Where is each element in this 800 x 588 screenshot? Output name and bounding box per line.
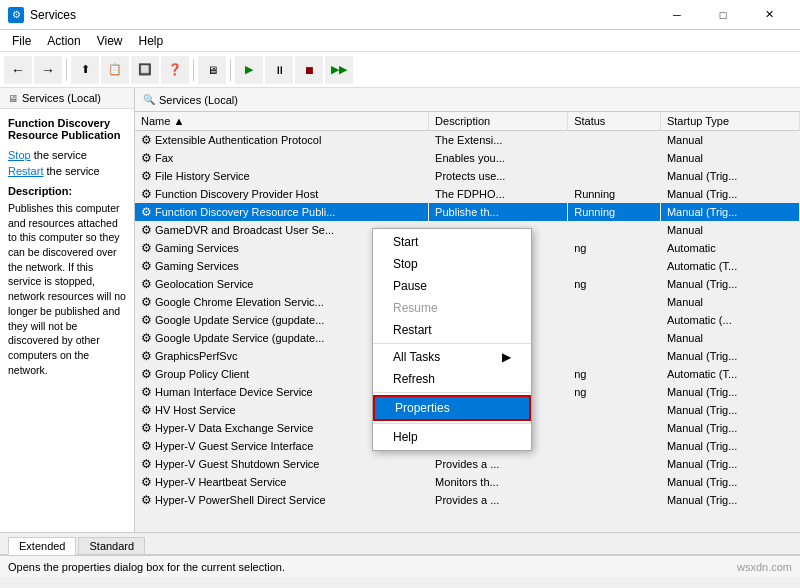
col-description: Description [429, 112, 568, 131]
table-row[interactable]: ⚙Function Discovery Provider HostThe FDP… [135, 185, 800, 203]
gear-icon: ⚙ [141, 187, 152, 201]
context-menu: StartStopPauseResumeRestartAll Tasks▶Ref… [372, 228, 532, 451]
gear-icon: ⚙ [141, 439, 152, 453]
gear-icon: ⚙ [141, 241, 152, 255]
service-name-cell: ⚙Function Discovery Provider Host [135, 185, 429, 203]
minimize-button[interactable]: ─ [654, 0, 700, 30]
toolbar: ← → ⬆ 📋 🔲 ❓ 🖥 ▶ ⏸ ⏹ ▶▶ [0, 52, 800, 88]
window-controls: ─ □ ✕ [654, 0, 792, 30]
service-status-cell [568, 149, 661, 167]
maximize-button[interactable]: □ [700, 0, 746, 30]
toolbar-sep-3 [230, 59, 231, 81]
restart-label: the service [47, 165, 100, 177]
menu-file[interactable]: File [4, 32, 39, 50]
close-button[interactable]: ✕ [746, 0, 792, 30]
service-startup-cell: Manual [660, 131, 799, 149]
service-desc-cell: Monitors th... [429, 473, 568, 491]
context-menu-all-tasks[interactable]: All Tasks▶ [373, 346, 531, 368]
table-row[interactable]: ⚙Hyper-V PowerShell Direct ServiceProvid… [135, 491, 800, 509]
service-status-cell [568, 473, 661, 491]
stop-link-container: Stop the service [8, 149, 126, 161]
col-name: Name ▲ [135, 112, 429, 131]
table-row[interactable]: ⚙Hyper-V Heartbeat ServiceMonitors th...… [135, 473, 800, 491]
service-name-cell: ⚙Hyper-V PowerShell Direct Service [135, 491, 429, 509]
service-startup-cell: Manual [660, 149, 799, 167]
gear-icon: ⚙ [141, 277, 152, 291]
gear-icon: ⚙ [141, 403, 152, 417]
service-startup-cell: Manual (Trig... [660, 383, 799, 401]
context-menu-stop[interactable]: Stop [373, 253, 531, 275]
table-row[interactable]: ⚙Hyper-V Guest Shutdown ServiceProvides … [135, 455, 800, 473]
context-menu-restart[interactable]: Restart [373, 319, 531, 341]
restart-service-button[interactable]: ▶▶ [325, 56, 353, 84]
right-header-label: Services (Local) [159, 94, 238, 106]
service-desc-cell: Provides a ... [429, 455, 568, 473]
context-menu-pause[interactable]: Pause [373, 275, 531, 297]
gear-icon: ⚙ [141, 367, 152, 381]
context-menu-separator [373, 392, 531, 393]
pause-service-button[interactable]: ⏸ [265, 56, 293, 84]
menu-help[interactable]: Help [131, 32, 172, 50]
tab-extended[interactable]: Extended [8, 537, 76, 555]
tab-standard[interactable]: Standard [78, 537, 145, 554]
main-content: 🖥 Services (Local) Function Discovery Re… [0, 88, 800, 532]
context-menu-help[interactable]: Help [373, 426, 531, 448]
service-status-cell [568, 221, 661, 239]
up-button[interactable]: ⬆ [71, 56, 99, 84]
context-menu-start[interactable]: Start [373, 231, 531, 253]
back-button[interactable]: ← [4, 56, 32, 84]
menu-action[interactable]: Action [39, 32, 88, 50]
toolbar-sep-2 [193, 59, 194, 81]
stop-link[interactable]: Stop [8, 149, 31, 161]
service-status-cell [568, 437, 661, 455]
service-status-cell [568, 419, 661, 437]
right-header: 🔍 Services (Local) [135, 88, 800, 112]
service-name-cell: ⚙Extensible Authentication Protocol [135, 131, 429, 149]
restart-link[interactable]: Restart [8, 165, 43, 177]
service-startup-cell: Manual [660, 329, 799, 347]
service-startup-cell: Manual (Trig... [660, 473, 799, 491]
service-startup-cell: Manual (Trig... [660, 491, 799, 509]
gear-icon: ⚙ [141, 295, 152, 309]
table-row[interactable]: ⚙FaxEnables you...Manual [135, 149, 800, 167]
service-startup-cell: Automatic [660, 239, 799, 257]
gear-icon: ⚙ [141, 421, 152, 435]
gear-icon: ⚙ [141, 493, 152, 507]
service-startup-cell: Automatic (... [660, 311, 799, 329]
left-nav[interactable]: 🖥 Services (Local) [0, 88, 134, 109]
app-icon: ⚙ [8, 7, 24, 23]
gear-icon: ⚙ [141, 457, 152, 471]
help-button[interactable]: ❓ [161, 56, 189, 84]
context-menu-properties[interactable]: Properties [373, 395, 531, 421]
context-menu-separator [373, 423, 531, 424]
context-menu-separator [373, 343, 531, 344]
left-panel: 🖥 Services (Local) Function Discovery Re… [0, 88, 135, 532]
stop-service-button[interactable]: ⏹ [295, 56, 323, 84]
table-row[interactable]: ⚙Function Discovery Resource Publi...Pub… [135, 203, 800, 221]
service-status-cell [568, 293, 661, 311]
service-status-cell [568, 311, 661, 329]
stop-label: the service [34, 149, 87, 161]
properties-button[interactable]: 🔲 [131, 56, 159, 84]
service-startup-cell: Manual [660, 221, 799, 239]
service-name-cell: ⚙Hyper-V Guest Shutdown Service [135, 455, 429, 473]
start-service-button[interactable]: ▶ [235, 56, 263, 84]
forward-button[interactable]: → [34, 56, 62, 84]
gear-icon: ⚙ [141, 475, 152, 489]
table-row[interactable]: ⚙File History ServiceProtects use...Manu… [135, 167, 800, 185]
context-menu-refresh[interactable]: Refresh [373, 368, 531, 390]
connect-button[interactable]: 🖥 [198, 56, 226, 84]
show-hide-button[interactable]: 📋 [101, 56, 129, 84]
service-desc-cell: Enables you... [429, 149, 568, 167]
service-status-cell: ng [568, 275, 661, 293]
left-service-name: Function Discovery Resource Publication [8, 117, 126, 141]
service-status-cell [568, 401, 661, 419]
table-row[interactable]: ⚙Extensible Authentication ProtocolThe E… [135, 131, 800, 149]
service-startup-cell: Automatic (T... [660, 365, 799, 383]
service-startup-cell: Manual (Trig... [660, 401, 799, 419]
menu-view[interactable]: View [89, 32, 131, 50]
gear-icon: ⚙ [141, 205, 152, 219]
toolbar-sep-1 [66, 59, 67, 81]
gear-icon: ⚙ [141, 331, 152, 345]
service-status-cell [568, 347, 661, 365]
